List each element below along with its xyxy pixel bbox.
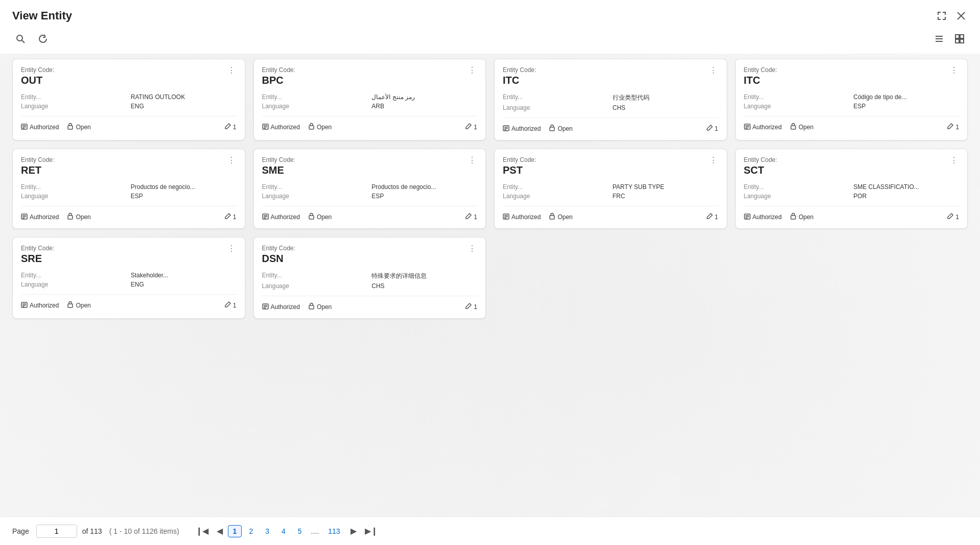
card-more-button[interactable]: ⋮	[467, 66, 477, 75]
prev-page-button[interactable]: ◀	[214, 524, 226, 538]
card-entity-code-label: Entity Code:	[503, 66, 536, 74]
card-code: OUT	[21, 75, 54, 86]
page-label: Page	[12, 527, 29, 535]
field-value: ESP	[853, 103, 959, 110]
field-label: Language	[21, 193, 127, 200]
card-more-button[interactable]: ⋮	[949, 66, 959, 75]
svg-rect-28	[550, 127, 554, 131]
edit-icon	[225, 301, 231, 310]
field-value: 行业类型代码	[613, 93, 718, 102]
field-value: ARB	[371, 103, 477, 110]
field-label: Language	[262, 193, 368, 200]
edit-icon	[707, 124, 713, 133]
card-header: Entity Code: BPC ⋮	[262, 66, 478, 91]
last-page-nav-button[interactable]: ▶❙	[362, 524, 381, 538]
edit-icon	[947, 123, 954, 131]
page-1-button[interactable]: 1	[228, 525, 242, 537]
card-header: Entity Code: OUT ⋮	[21, 66, 237, 91]
page-4-button[interactable]: 4	[276, 525, 291, 537]
card-more-button[interactable]: ⋮	[226, 66, 237, 75]
close-button[interactable]	[954, 9, 968, 22]
authorized-icon	[744, 212, 751, 221]
search-button[interactable]	[12, 32, 29, 49]
lock-icon	[67, 301, 74, 310]
card-more-button[interactable]: ⋮	[467, 156, 477, 164]
card-authorized-button[interactable]: Authorized	[744, 211, 786, 222]
edit-icon	[225, 123, 231, 131]
card-authorized-button[interactable]: Authorized	[262, 211, 304, 222]
edit-icon	[225, 212, 231, 221]
card-footer: Authorized Open 1	[503, 206, 718, 222]
field-label: Entity...	[21, 93, 127, 101]
card-more-button[interactable]: ⋮	[467, 245, 477, 253]
field-label: Language	[21, 103, 127, 110]
next-page-button[interactable]: ▶	[347, 524, 360, 538]
field-value: ESP	[131, 193, 237, 200]
card-authorized-button[interactable]: Authorized	[262, 122, 304, 132]
card-open-button[interactable]: Open	[549, 211, 576, 222]
card-more-button[interactable]: ⋮	[226, 245, 237, 253]
field-value: 特殊要求的详细信息	[371, 272, 477, 280]
field-value: FRC	[613, 193, 718, 200]
card-badge: 1	[465, 123, 477, 131]
card-authorized-button[interactable]: Authorized	[21, 211, 63, 222]
expand-button[interactable]	[935, 9, 948, 22]
page-input[interactable]	[36, 525, 77, 538]
field-value: CHS	[371, 282, 477, 290]
card-more-button[interactable]: ⋮	[949, 156, 959, 164]
card-footer: Authorized Open 1	[21, 206, 237, 222]
field-value: ESP	[371, 193, 477, 200]
field-value: رمز منتج الأعمال	[371, 93, 477, 101]
card-open-button[interactable]: Open	[308, 211, 336, 222]
page-2-button[interactable]: 2	[244, 525, 258, 537]
card-authorized-button[interactable]: Authorized	[21, 300, 63, 311]
card-open-button[interactable]: Open	[67, 300, 95, 311]
first-page-button[interactable]: ❙◀	[193, 524, 212, 538]
card-more-button[interactable]: ⋮	[708, 156, 718, 164]
page-5-button[interactable]: 5	[293, 525, 307, 537]
card-badge: 1	[465, 302, 477, 311]
card-code: DSN	[262, 253, 295, 265]
field-value: POR	[853, 193, 959, 200]
svg-rect-38	[68, 216, 73, 219]
card-authorized-button[interactable]: Authorized	[744, 122, 786, 132]
field-label: Entity...	[503, 93, 609, 102]
lock-icon	[790, 212, 797, 221]
card-open-button[interactable]: Open	[790, 211, 818, 222]
card-entity-code-label: Entity Code:	[744, 156, 777, 163]
authorized-icon	[262, 212, 269, 221]
svg-rect-58	[68, 304, 73, 307]
svg-rect-63	[309, 305, 314, 309]
card-more-button[interactable]: ⋮	[708, 66, 718, 75]
lock-icon	[549, 212, 555, 221]
card-badge: 1	[225, 123, 237, 131]
card-open-button[interactable]: Open	[67, 122, 95, 132]
card-more-button[interactable]: ⋮	[226, 156, 237, 164]
card-open-button[interactable]: Open	[308, 122, 336, 132]
field-value: PARTY SUB TYPE	[613, 183, 718, 191]
card-authorized-button[interactable]: Authorized	[503, 123, 545, 134]
card-open-button[interactable]: Open	[67, 211, 95, 222]
grid-view-button[interactable]	[951, 32, 968, 49]
card-open-button[interactable]: Open	[790, 122, 818, 132]
field-label: Language	[744, 193, 850, 200]
card-open-button[interactable]: Open	[308, 301, 336, 312]
card-authorized-button[interactable]: Authorized	[262, 301, 304, 312]
card-open-button[interactable]: Open	[549, 123, 576, 134]
svg-rect-43	[309, 216, 314, 219]
card-fields: Entity... PARTY SUB TYPE Language FRC	[503, 183, 718, 200]
list-view-button[interactable]	[931, 32, 947, 49]
field-value: RATING OUTLOOK	[131, 93, 237, 101]
card-entity-code-label: Entity Code:	[21, 66, 54, 74]
card-authorized-button[interactable]: Authorized	[503, 211, 545, 222]
refresh-button[interactable]	[35, 32, 51, 49]
entity-card-itc-3: Entity Code: ITC ⋮ Entity... Código de t…	[735, 59, 968, 140]
svg-rect-11	[960, 35, 964, 38]
page-3-button[interactable]: 3	[260, 525, 274, 537]
card-authorized-button[interactable]: Authorized	[21, 122, 63, 132]
authorized-icon	[744, 123, 751, 131]
field-value: ENG	[131, 103, 237, 110]
lock-icon	[308, 212, 315, 221]
card-entity-code-label: Entity Code:	[744, 66, 777, 74]
last-page-button[interactable]: 113	[323, 525, 345, 537]
